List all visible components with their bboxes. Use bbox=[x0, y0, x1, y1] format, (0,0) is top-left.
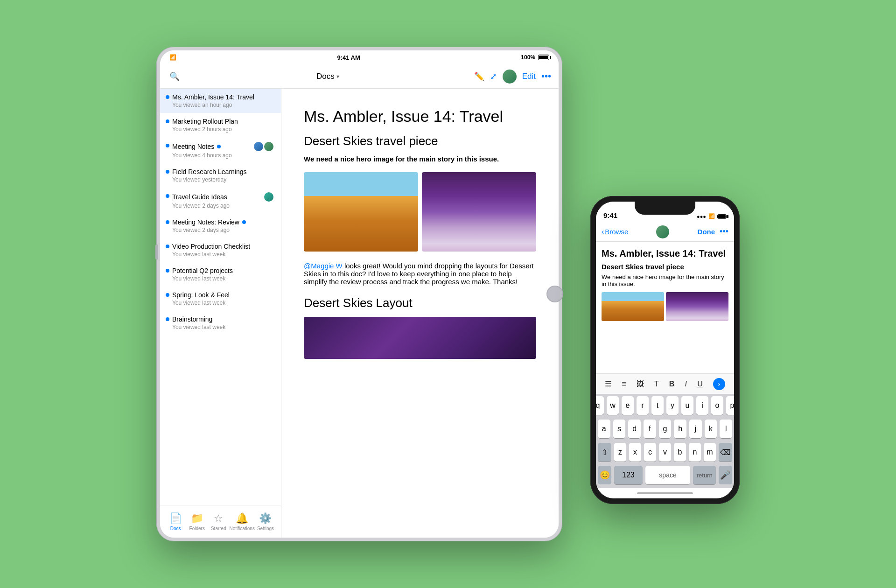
doc-title: Ms. Ambler, Issue 14: Travel bbox=[304, 107, 536, 126]
more-options-icon[interactable]: ••• bbox=[541, 71, 551, 82]
sidebar-item[interactable]: Ms. Ambler, Issue 14: Travel You viewed … bbox=[160, 89, 281, 113]
sidebar-item[interactable]: Video Production Checklist You viewed la… bbox=[160, 238, 281, 262]
key-t[interactable]: t bbox=[651, 396, 664, 415]
mic-key[interactable]: 🎤 bbox=[719, 466, 732, 484]
ipad-side-button bbox=[155, 245, 158, 259]
iphone-doc-heading: Desert Skies travel piece bbox=[602, 263, 728, 271]
italic-icon[interactable]: I bbox=[685, 380, 687, 388]
collaborator-avatars bbox=[254, 142, 273, 151]
align-icon[interactable]: ≡ bbox=[622, 380, 626, 388]
key-w[interactable]: w bbox=[607, 396, 619, 415]
avatar-teal bbox=[264, 192, 273, 202]
sidebar-item-title: Travel Guide Ideas bbox=[172, 192, 273, 202]
tab-folders[interactable]: 📁 Folders bbox=[186, 512, 208, 531]
key-a[interactable]: a bbox=[598, 420, 610, 438]
docs-dropdown-button[interactable]: Docs ▾ bbox=[185, 72, 470, 81]
key-y[interactable]: y bbox=[666, 396, 679, 415]
sidebar-item[interactable]: Meeting Notes: Review You viewed 2 days … bbox=[160, 214, 281, 238]
sidebar-item-title: Spring: Look & Feel bbox=[172, 291, 273, 299]
key-p[interactable]: p bbox=[726, 396, 734, 415]
confirm-icon[interactable]: › bbox=[713, 378, 725, 390]
back-label: Browse bbox=[605, 228, 628, 236]
sidebar-item[interactable]: Travel Guide Ideas You viewed 2 days ago bbox=[160, 188, 281, 214]
tab-starred[interactable]: ☆ Starred bbox=[208, 512, 229, 531]
key-f[interactable]: f bbox=[644, 420, 656, 438]
key-m[interactable]: m bbox=[704, 443, 716, 462]
key-r[interactable]: r bbox=[637, 396, 649, 415]
expand-icon[interactable]: ⤢ bbox=[490, 71, 497, 82]
sidebar-item[interactable]: Meeting Notes You viewed 4 hours ago bbox=[160, 137, 281, 163]
text-icon[interactable]: T bbox=[654, 380, 659, 388]
desert-purple-image bbox=[422, 172, 536, 252]
avatar[interactable] bbox=[503, 70, 517, 84]
sidebar-item[interactable]: Spring: Look & Feel You viewed last week bbox=[160, 287, 281, 311]
shared-dot bbox=[242, 220, 246, 224]
sidebar-item-title: Field Research Learnings bbox=[172, 168, 273, 175]
done-button[interactable]: Done bbox=[698, 228, 715, 236]
sidebar-item-subtitle: You viewed last week bbox=[172, 300, 273, 306]
sidebar-item-subtitle: You viewed 4 hours ago bbox=[172, 152, 273, 159]
collaborator-avatars bbox=[264, 192, 273, 202]
sidebar-item-title: Brainstorming bbox=[172, 315, 273, 323]
key-j[interactable]: j bbox=[689, 420, 702, 438]
edit-button[interactable]: Edit bbox=[522, 72, 536, 81]
iphone-device: 9:41 ●●● 📶 ‹ Browse Done ••• bbox=[590, 196, 740, 504]
iphone-status-icons: ●●● 📶 bbox=[697, 213, 727, 219]
starred-tab-label: Starred bbox=[211, 526, 226, 531]
dot-icon bbox=[166, 293, 169, 297]
sidebar: Ms. Ambler, Issue 14: Travel You viewed … bbox=[160, 89, 281, 538]
more-options-icon[interactable]: ••• bbox=[720, 227, 728, 237]
numbers-key[interactable]: 123 bbox=[614, 466, 643, 484]
dot-icon bbox=[166, 269, 169, 273]
iphone-keyboard: q w e r t y u i o p a s d f g h bbox=[596, 394, 734, 488]
sidebar-item[interactable]: Brainstorming You viewed last week bbox=[160, 311, 281, 335]
iphone-notch bbox=[635, 202, 695, 215]
key-v[interactable]: v bbox=[659, 443, 671, 462]
search-icon[interactable]: 🔍 bbox=[168, 70, 182, 84]
starred-tab-icon: ☆ bbox=[214, 512, 223, 525]
ipad-status-left: 📶 bbox=[169, 54, 176, 61]
bold-icon[interactable]: B bbox=[669, 380, 675, 388]
underline-icon[interactable]: U bbox=[697, 380, 703, 388]
tab-settings[interactable]: ⚙️ Settings bbox=[255, 512, 276, 531]
sidebar-item[interactable]: Potential Q2 projects You viewed last we… bbox=[160, 262, 281, 287]
doc-layout-image bbox=[304, 317, 536, 359]
sidebar-item[interactable]: Marketing Rollout Plan You viewed 2 hour… bbox=[160, 113, 281, 137]
key-q[interactable]: q bbox=[596, 396, 604, 415]
sidebar-item[interactable]: Field Research Learnings You viewed yest… bbox=[160, 163, 281, 188]
mention-tag[interactable]: @Maggie W bbox=[304, 262, 343, 270]
key-n[interactable]: n bbox=[689, 443, 701, 462]
iphone-nav-right: Done ••• bbox=[698, 227, 728, 237]
image-icon[interactable]: 🖼 bbox=[637, 380, 644, 388]
key-g[interactable]: g bbox=[659, 420, 672, 438]
back-button[interactable]: ‹ Browse bbox=[602, 228, 628, 236]
scene: 📶 9:41 AM 100% 🔍 Docs ▾ ✏️ bbox=[156, 47, 740, 541]
key-k[interactable]: k bbox=[705, 420, 717, 438]
doc-section2-heading: Desert Skies Layout bbox=[304, 296, 536, 310]
avatar[interactable] bbox=[656, 225, 669, 238]
key-e[interactable]: e bbox=[622, 396, 634, 415]
keyboard-row-1: q w e r t y u i o p bbox=[596, 394, 734, 417]
shift-key[interactable]: ⇧ bbox=[598, 443, 611, 462]
doc-section1-body: We need a nice hero image for the main s… bbox=[304, 155, 536, 163]
key-c[interactable]: c bbox=[644, 443, 656, 462]
key-s[interactable]: s bbox=[613, 420, 626, 438]
key-o[interactable]: o bbox=[711, 396, 723, 415]
return-key[interactable]: return bbox=[693, 466, 715, 484]
key-l[interactable]: l bbox=[720, 420, 732, 438]
key-i[interactable]: i bbox=[696, 396, 708, 415]
key-x[interactable]: x bbox=[629, 443, 641, 462]
space-key[interactable]: space bbox=[645, 466, 691, 484]
ipad-home-button[interactable] bbox=[546, 286, 563, 302]
key-u[interactable]: u bbox=[681, 396, 693, 415]
key-d[interactable]: d bbox=[628, 420, 641, 438]
compose-icon[interactable]: ✏️ bbox=[474, 71, 484, 82]
emoji-key[interactable]: 😊 bbox=[598, 466, 611, 484]
delete-key[interactable]: ⌫ bbox=[719, 443, 732, 462]
checklist-icon[interactable]: ☰ bbox=[605, 379, 611, 388]
key-b[interactable]: b bbox=[674, 443, 686, 462]
key-z[interactable]: z bbox=[614, 443, 626, 462]
tab-notifications[interactable]: 🔔 Notifications bbox=[229, 512, 254, 531]
tab-docs[interactable]: 📄 Docs bbox=[165, 512, 186, 531]
key-h[interactable]: h bbox=[674, 420, 686, 438]
